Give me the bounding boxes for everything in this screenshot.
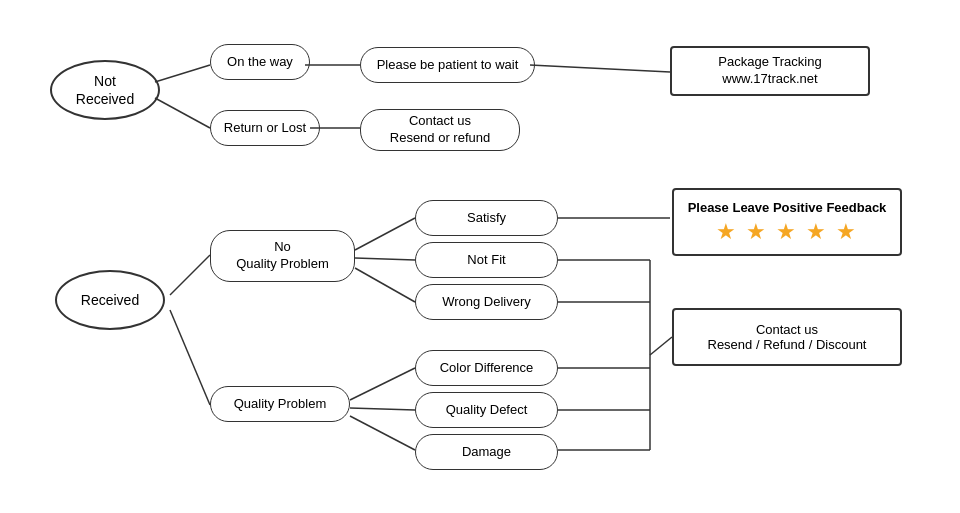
svg-line-11 xyxy=(350,408,415,410)
not-fit-node: Not Fit xyxy=(415,242,558,278)
svg-line-12 xyxy=(350,416,415,450)
svg-line-7 xyxy=(355,218,415,250)
quality-problem-node: Quality Problem xyxy=(210,386,350,422)
contact-resend-refund-node: Contact us Resend or refund xyxy=(360,109,520,151)
on-the-way-node: On the way xyxy=(210,44,310,80)
quality-defect-node: Quality Defect xyxy=(415,392,558,428)
svg-line-3 xyxy=(530,65,670,72)
wrong-delivery-node: Wrong Delivery xyxy=(415,284,558,320)
satisfy-node: Satisfy xyxy=(415,200,558,236)
damage-node: Damage xyxy=(415,434,558,470)
svg-line-10 xyxy=(350,368,415,400)
return-or-lost-node: Return or Lost xyxy=(210,110,320,146)
svg-line-9 xyxy=(355,268,415,302)
color-difference-node: Color Difference xyxy=(415,350,558,386)
svg-line-0 xyxy=(155,65,210,82)
package-tracking-node: Package Tracking www.17track.net xyxy=(670,46,870,96)
stars: ★ ★ ★ ★ ★ xyxy=(716,219,858,245)
received-node: Received xyxy=(55,270,165,330)
svg-line-5 xyxy=(170,255,210,295)
contact-resend-refund-discount-box: Contact us Resend / Refund / Discount xyxy=(672,308,902,366)
svg-line-6 xyxy=(170,310,210,405)
please-be-patient-node: Please be patient to wait xyxy=(360,47,535,83)
diagram: Not Received On the way Return or Lost P… xyxy=(0,0,960,513)
svg-line-8 xyxy=(355,258,415,260)
feedback-text: Please Leave Positive Feedback xyxy=(688,200,887,215)
please-leave-feedback-box: Please Leave Positive Feedback ★ ★ ★ ★ ★ xyxy=(672,188,902,256)
no-quality-problem-node: No Quality Problem xyxy=(210,230,355,282)
svg-line-20 xyxy=(650,337,672,355)
not-received-node: Not Received xyxy=(50,60,160,120)
svg-line-1 xyxy=(155,98,210,128)
